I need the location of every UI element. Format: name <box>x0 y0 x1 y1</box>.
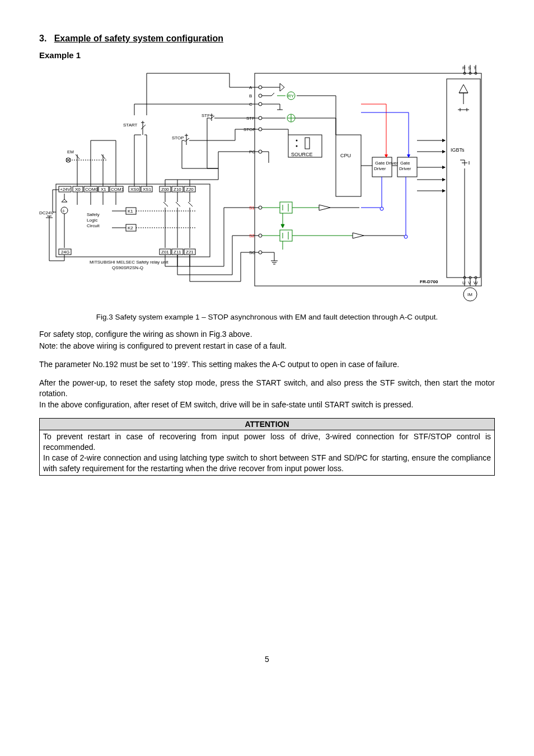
svg-point-55 <box>259 86 262 89</box>
attention-box: ATTENTION To prevent restart in case of … <box>39 418 495 476</box>
svg-text:K1: K1 <box>128 209 133 214</box>
svg-rect-91 <box>280 202 292 213</box>
svg-point-67 <box>259 206 262 209</box>
drive-name: FR-D700 <box>420 279 438 284</box>
svg-text:Circuit: Circuit <box>87 223 100 228</box>
svg-rect-37 <box>336 135 361 196</box>
svg-text:IM: IM <box>467 292 472 297</box>
svg-text:SOURCE: SOURCE <box>291 152 313 157</box>
svg-text:S: S <box>468 65 471 71</box>
svg-line-187 <box>141 125 146 129</box>
svg-rect-52 <box>305 138 310 149</box>
svg-text:XS0: XS0 <box>130 187 139 192</box>
svg-point-57 <box>259 94 262 97</box>
svg-text:Gate
Driver: Gate Driver <box>375 161 398 166</box>
svg-line-157 <box>176 202 180 206</box>
section-title-text: Example of safety system configuration <box>54 34 223 43</box>
section-heading: 3. Example of safety system configuratio… <box>39 34 495 44</box>
svg-line-201 <box>210 116 214 119</box>
svg-text:EM: EM <box>67 149 74 154</box>
svg-point-65 <box>259 150 262 153</box>
svg-rect-95 <box>280 230 292 241</box>
svg-text:XS1: XS1 <box>143 187 152 192</box>
svg-text:⏚: ⏚ <box>62 208 65 213</box>
svg-point-71 <box>259 251 262 254</box>
svg-point-69 <box>259 234 262 237</box>
svg-text:Driver: Driver <box>399 166 411 171</box>
svg-line-160 <box>188 202 193 206</box>
svg-text:Logic: Logic <box>87 218 97 223</box>
svg-text:CPU: CPU <box>340 153 351 158</box>
svg-text:U: U <box>462 280 466 285</box>
svg-text:K2: K2 <box>128 226 133 231</box>
attention-header: ATTENTION <box>40 419 495 430</box>
svg-point-54 <box>296 145 298 147</box>
svg-text:STOP: STOP <box>172 135 184 140</box>
svg-text:24G: 24G <box>61 250 69 255</box>
svg-text:+24V: +24V <box>60 187 71 192</box>
svg-text:QS90SR2SN-Q: QS90SR2SN-Q <box>112 265 143 270</box>
svg-text:STF: STF <box>202 113 210 118</box>
svg-line-75 <box>271 93 274 96</box>
svg-rect-0 <box>255 73 481 286</box>
svg-text:COM1: COM1 <box>111 187 124 192</box>
svg-text:DC24V: DC24V <box>39 210 54 215</box>
svg-text:V: V <box>468 280 471 285</box>
svg-text:X1: X1 <box>101 187 106 192</box>
svg-point-61 <box>259 116 262 120</box>
svg-text:Driver: Driver <box>374 166 386 171</box>
svg-rect-10 <box>447 79 480 278</box>
svg-text:Safety: Safety <box>87 212 100 217</box>
svg-rect-107 <box>56 184 210 257</box>
svg-text:Z00: Z00 <box>161 187 169 192</box>
body-p3: The parameter No.192 must be set to '199… <box>39 359 495 370</box>
page-number: 5 <box>39 655 495 664</box>
svg-text:Z10: Z10 <box>174 187 181 192</box>
svg-text:Z21: Z21 <box>186 250 194 255</box>
body-p2: Note: the above wiring is configured to … <box>39 341 495 351</box>
example-label: Example 1 <box>39 50 495 60</box>
svg-line-208 <box>185 138 189 142</box>
svg-text:COM0: COM0 <box>85 187 99 192</box>
svg-text:B: B <box>249 93 252 98</box>
body-p1: For safety stop, configure the wiring as… <box>39 329 495 340</box>
svg-text:W: W <box>474 280 478 285</box>
attention-text: To prevent restart in case of recovering… <box>40 430 495 476</box>
body-p4: After the power-up, to reset the safety … <box>39 378 495 399</box>
svg-text:X0: X0 <box>75 187 81 192</box>
body-p5: In the above configuration, after reset … <box>39 400 495 410</box>
svg-text:IGBTs: IGBTs <box>451 147 465 153</box>
svg-text:Z20: Z20 <box>186 187 194 192</box>
svg-text:RY: RY <box>288 93 294 98</box>
svg-text:START: START <box>123 123 138 128</box>
svg-text:R: R <box>462 65 466 71</box>
relay-unit-caption: MITSUBISHI MELSEC Safety relay unit <box>90 260 168 265</box>
svg-text:Gate: Gate <box>400 161 410 166</box>
figure-caption: Fig.3 Safety system example 1 – STOP asy… <box>39 313 495 321</box>
section-number: 3. <box>39 34 46 43</box>
svg-point-53 <box>296 140 298 142</box>
svg-line-154 <box>163 202 168 206</box>
svg-text:T: T <box>474 65 476 71</box>
svg-point-59 <box>259 102 262 106</box>
svg-text:Z11: Z11 <box>174 250 181 255</box>
svg-text:Z01: Z01 <box>161 250 169 255</box>
safety-system-diagram: FR-D700 R S T IGBTs U V W IM Gate Driver… <box>39 62 498 303</box>
svg-point-63 <box>259 128 262 131</box>
